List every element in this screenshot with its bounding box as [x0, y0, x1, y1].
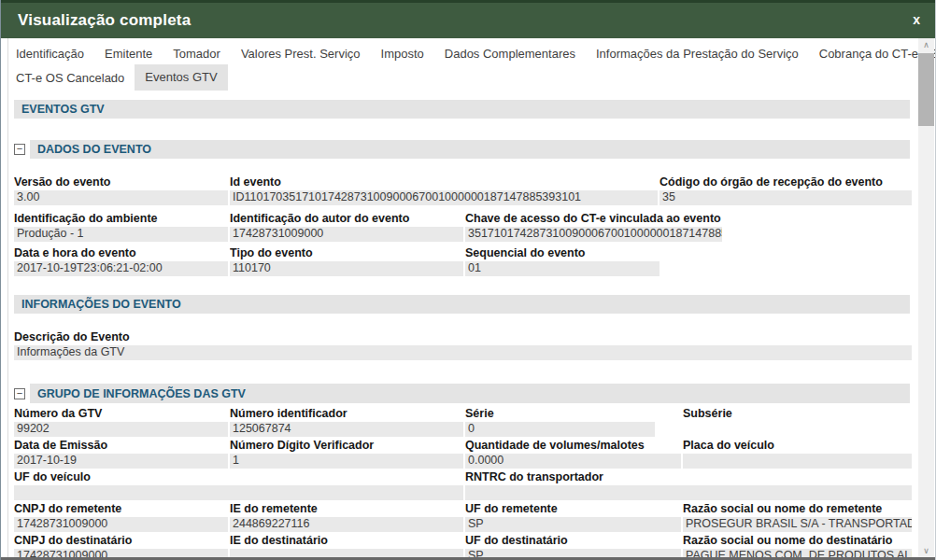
left-inner-divider — [7, 38, 8, 557]
field-row: Data de Emissão 2017-10-19 Número Dígito… — [14, 438, 910, 469]
field-value: 110170 — [230, 261, 463, 276]
field-data-emissao: Data de Emissão 2017-10-19 — [14, 438, 230, 469]
field-numero-digito-verificador: Número Dígito Verificador 1 — [230, 438, 465, 469]
field-label: Razão social ou nome do destinatário — [683, 533, 912, 549]
field-label: Identificação do ambiente — [14, 211, 230, 227]
vertical-scrollbar[interactable]: ∧ ∨ — [918, 38, 934, 558]
field-value: SP — [465, 517, 681, 532]
field-value — [465, 485, 912, 500]
field-row: Número da GTV 99202 Número identificador… — [14, 406, 910, 437]
field-label: UF do remetente — [465, 501, 683, 517]
field-row: CNPJ do remetente 17428731009000 IE do r… — [14, 501, 910, 532]
field-value: 17428731009000 — [230, 227, 463, 242]
tab-valores-prest-servico[interactable]: Valores Prest. Serviço — [231, 42, 371, 65]
field-versao-do-evento: Versão do evento 3.00 — [14, 175, 230, 205]
field-razao-social-remetente: Razão social ou nome do remetente PROSEG… — [683, 501, 912, 532]
field-value: Produção - 1 — [14, 227, 228, 242]
tab-row-1: Identificação Emitente Tomador Valores P… — [6, 41, 907, 65]
field-chave-acesso-cte: Chave de acesso do CT-e vinculada ao eve… — [465, 211, 912, 242]
field-label: Data de Emissão — [14, 438, 230, 454]
section-header-grupo-informacoes-gtv: − GRUPO DE INFORMAÇÕES DAS GTV — [14, 384, 910, 403]
field-value: 35 — [659, 190, 912, 205]
field-value: ID11017035171017428731009000670010000001… — [230, 190, 658, 205]
field-ie-destinatario: IE do destinatário — [230, 533, 465, 560]
field-label: Identificação do autor do evento — [230, 211, 465, 227]
field-label: IE do remetente — [230, 501, 465, 517]
field-value: Informações da GTV — [14, 345, 912, 360]
tab-row-2: CT-e OS Cancelado Eventos GTV — [6, 65, 907, 90]
section-title: INFORMAÇÕES DO EVENTO — [14, 298, 181, 311]
field-label: Número da GTV — [14, 406, 230, 422]
field-label: UF do destinatário — [465, 533, 683, 549]
field-value: 244869227116 — [230, 517, 463, 532]
field-cnpj-destinatario: CNPJ do destinatário 17428731009000 — [14, 533, 230, 560]
scroll-down-button[interactable]: ∨ — [918, 544, 934, 558]
field-row: Versão do evento 3.00 Id evento ID110170… — [14, 175, 910, 205]
field-label: Código do órgão de recepção do evento — [659, 175, 912, 190]
tab-eventos-gtv[interactable]: Eventos GTV — [135, 64, 227, 91]
field-label: Subsérie — [683, 406, 912, 422]
tab-cobranca-cte-os[interactable]: Cobrança do CT-e OS — [809, 42, 936, 65]
field-label: Número identificador — [230, 406, 465, 422]
section-title: EVENTOS GTV — [14, 103, 105, 116]
field-serie: Série 0 — [465, 406, 683, 437]
field-label: Sequencial do evento — [465, 245, 912, 261]
tab-tomador[interactable]: Tomador — [163, 42, 231, 65]
close-icon[interactable]: x — [913, 12, 920, 27]
field-value: 2017-10-19T23:06:21-02:00 — [14, 261, 228, 276]
field-label: CNPJ do destinatário — [14, 533, 230, 549]
scroll-up-button[interactable]: ∧ — [918, 38, 934, 52]
field-row: Data e hora do evento 2017-10-19T23:06:2… — [14, 245, 910, 276]
field-label: Versão do evento — [14, 175, 230, 190]
field-label: Razão social ou nome do remetente — [683, 501, 912, 517]
tab-identificacao[interactable]: Identificação — [6, 42, 94, 65]
field-codigo-orgao-recepcao: Código do órgão de recepção do evento 35 — [659, 175, 912, 205]
field-uf-remetente: UF do remetente SP — [465, 501, 683, 532]
field-placa-veiculo: Placa do veículo — [683, 438, 912, 469]
field-value — [683, 422, 912, 437]
field-label: Série — [465, 406, 683, 422]
field-value: 125067874 — [230, 422, 463, 437]
section-bar: GRUPO DE INFORMAÇÕES DAS GTV — [30, 384, 910, 403]
field-uf-destinatario: UF do destinatário SP — [465, 533, 683, 560]
tab-imposto[interactable]: Imposto — [371, 42, 434, 65]
tab-cte-os-cancelado[interactable]: CT-e OS Cancelado — [6, 66, 135, 90]
field-label: Chave de acesso do CT-e vinculada ao eve… — [465, 211, 912, 227]
field-descricao-evento: Descrição do Evento Informações da GTV — [14, 329, 912, 360]
field-sequencial-evento: Sequencial do evento 01 — [465, 245, 912, 276]
modal-titlebar: Visualização completa x — [1, 0, 935, 38]
section-bar: DADOS DO EVENTO — [30, 140, 910, 159]
field-subserie: Subsérie — [683, 406, 912, 437]
field-label: UF do veículo — [14, 469, 465, 485]
modal-title: Visualização completa — [18, 11, 191, 30]
field-data-hora-evento: Data e hora do evento 2017-10-19T23:06:2… — [14, 245, 230, 276]
chevron-up-icon: ∧ — [923, 40, 929, 49]
section-header-dados-do-evento: − DADOS DO EVENTO — [14, 140, 910, 159]
field-identificacao-ambiente: Identificação do ambiente Produção - 1 — [14, 211, 230, 242]
field-row: Identificação do ambiente Produção - 1 I… — [14, 211, 910, 242]
field-value: 0.0000 — [465, 454, 681, 469]
field-tipo-evento: Tipo do evento 110170 — [230, 245, 465, 276]
field-numero-identificador: Número identificador 125067874 — [230, 406, 465, 437]
field-value: 17428731009000 — [14, 517, 228, 532]
field-value: 99202 — [14, 422, 228, 437]
field-value: PROSEGUR BRASIL S/A - TRANSPORTADORA D — [683, 517, 912, 532]
section-title: GRUPO DE INFORMAÇÕES DAS GTV — [30, 387, 246, 400]
field-label: IE do destinatário — [230, 533, 465, 549]
tab-dados-complementares[interactable]: Dados Complementares — [434, 42, 586, 65]
field-label: Placa do veículo — [683, 438, 912, 454]
field-value: 3.00 — [14, 190, 228, 205]
scrollbar-thumb[interactable] — [918, 53, 934, 126]
collapse-icon[interactable]: − — [14, 144, 25, 155]
tab-informacoes-prestacao-servico[interactable]: Informações da Prestação do Serviço — [586, 42, 809, 65]
modal-window: Visualização completa x Identificação Em… — [0, 0, 936, 560]
field-value: 0 — [465, 422, 655, 437]
field-row: Descrição do Evento Informações da GTV — [14, 329, 910, 360]
tab-emitente[interactable]: Emitente — [94, 42, 163, 65]
field-value — [14, 485, 463, 500]
section-title: DADOS DO EVENTO — [30, 143, 151, 156]
collapse-icon[interactable]: − — [14, 388, 25, 399]
section-header-eventos-gtv: EVENTOS GTV — [14, 100, 910, 119]
field-label: Tipo do evento — [230, 245, 465, 261]
tab-strip: Identificação Emitente Tomador Valores P… — [1, 38, 935, 90]
